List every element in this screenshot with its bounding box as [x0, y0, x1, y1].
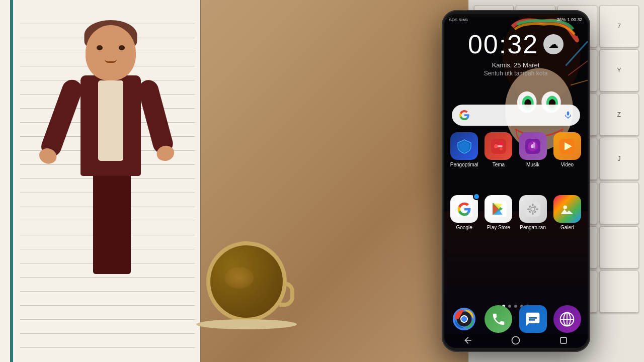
- char-shirt: [98, 80, 123, 161]
- app-icon-messages: [519, 305, 547, 333]
- clock-time: 00:32: [468, 29, 538, 59]
- app-item-pengoptimal[interactable]: Pengoptimal: [449, 132, 479, 167]
- app-label-video: Video: [561, 162, 574, 167]
- phone-device: SOS SIM1 36% 1 00:32 00:32 ☁ Kamis, 25 M…: [442, 10, 590, 352]
- key: [599, 226, 639, 268]
- navigation-bar: [444, 334, 588, 348]
- svg-point-43: [512, 336, 520, 344]
- nav-back-button[interactable]: [463, 335, 473, 347]
- app-item-galeri[interactable]: Galeri: [552, 195, 582, 230]
- app-icon-chrome: [450, 305, 478, 333]
- app-grid-row1: Pengoptimal Tema: [449, 132, 583, 167]
- char-leg-right: [108, 173, 131, 274]
- app-item-playstore[interactable]: Play Store: [484, 195, 514, 230]
- status-right: 36% 1 00:32: [556, 17, 582, 22]
- char-hand-right: [155, 144, 176, 163]
- char-eye-left: [97, 45, 103, 50]
- app-item-google[interactable]: Google: [449, 195, 479, 230]
- app-item-tema[interactable]: Tema: [484, 132, 514, 167]
- status-time-display: 1 00:32: [567, 17, 582, 22]
- char-hand-left: [37, 146, 59, 166]
- app-item-video[interactable]: Video: [552, 132, 582, 167]
- app-icon-pengoptimal: [450, 132, 478, 160]
- svg-point-38: [461, 316, 467, 322]
- dock-item-messages[interactable]: [518, 305, 548, 333]
- svg-rect-26: [532, 204, 534, 206]
- svg-rect-15: [498, 145, 503, 147]
- bottom-dock: [449, 305, 583, 333]
- app-icon-galeri: [553, 195, 581, 223]
- google-notification-badge: [473, 193, 480, 200]
- key: J: [599, 138, 639, 180]
- key: Y: [599, 49, 639, 92]
- svg-point-13: [500, 142, 503, 145]
- nav-home-button[interactable]: [511, 335, 521, 347]
- svg-point-14: [500, 147, 503, 150]
- app-label-google: Google: [456, 225, 472, 230]
- app-label-playstore: Play Store: [487, 225, 510, 230]
- character-avatar: [40, 25, 181, 327]
- char-torso: [80, 75, 141, 176]
- char-arm-right: [136, 78, 175, 156]
- status-bar: SOS SIM1 36% 1 00:32: [444, 14, 588, 25]
- app-item-musik[interactable]: Musik: [518, 132, 548, 167]
- char-head: [86, 25, 136, 80]
- nav-recent-button[interactable]: [558, 335, 569, 347]
- app-label-pengoptimal: Pengoptimal: [450, 162, 478, 167]
- clock-area: 00:32 ☁ Kamis, 25 Maret Sentuh utk tamba…: [444, 29, 588, 77]
- app-label-musik: Musik: [526, 162, 539, 167]
- svg-point-12: [494, 144, 498, 148]
- app-label-pengaturan: Pengaturan: [520, 225, 546, 230]
- key: [599, 270, 639, 313]
- app-icon-tema: [485, 132, 512, 160]
- app-icon-musik: [519, 132, 547, 160]
- app-label-tema: Tema: [493, 162, 505, 167]
- svg-rect-27: [532, 212, 534, 215]
- svg-point-25: [531, 208, 534, 211]
- svg-rect-44: [560, 337, 567, 343]
- weather-icon: ☁: [543, 34, 564, 54]
- app-icon-video: [553, 132, 581, 160]
- clock-city: Sentuh utk tambah kota: [484, 70, 548, 77]
- char-mouth: [105, 59, 117, 63]
- status-left: SOS SIM1: [449, 18, 468, 22]
- app-icon-pengaturan: [519, 195, 547, 223]
- coffee-cup: [206, 241, 287, 322]
- google-logo: [459, 110, 470, 121]
- cup-saucer: [196, 319, 297, 329]
- char-eye-right: [119, 45, 125, 50]
- app-icon-browser: [553, 305, 581, 333]
- dock-item-chrome[interactable]: [449, 305, 479, 333]
- dock-item-browser[interactable]: [552, 305, 582, 333]
- google-search-bar[interactable]: [452, 105, 580, 126]
- phone-container: SOS SIM1 36% 1 00:32 00:32 ☁ Kamis, 25 M…: [430, 0, 601, 362]
- notebook-line: [20, 334, 195, 348]
- char-face: [91, 35, 131, 70]
- app-label-galeri: Galeri: [560, 225, 574, 230]
- app-icon-google: [450, 195, 478, 223]
- app-item-pengaturan[interactable]: Pengaturan: [518, 195, 548, 230]
- status-battery: 36%: [556, 17, 566, 22]
- svg-rect-28: [527, 208, 530, 210]
- clock-date: Kamis, 25 Maret: [492, 61, 540, 69]
- app-icon-playstore: [485, 195, 512, 223]
- clock-row: 00:32 ☁: [468, 29, 564, 59]
- phone-screen: SOS SIM1 36% 1 00:32 00:32 ☁ Kamis, 25 M…: [444, 14, 588, 348]
- app-grid-row2: Google Play Store: [449, 195, 583, 230]
- status-sos: SOS SIM1: [449, 18, 468, 22]
- coffee-cup-area: [191, 211, 302, 322]
- char-arm-left: [38, 77, 85, 159]
- svg-rect-29: [536, 208, 538, 210]
- mic-icon[interactable]: [563, 110, 573, 120]
- app-icon-phone-dock: [485, 305, 512, 333]
- key: [599, 182, 639, 224]
- svg-point-34: [564, 205, 568, 209]
- dock-item-phone[interactable]: [484, 305, 514, 333]
- svg-rect-9: [567, 112, 569, 116]
- key: 7: [599, 5, 639, 47]
- key: Z: [599, 94, 639, 136]
